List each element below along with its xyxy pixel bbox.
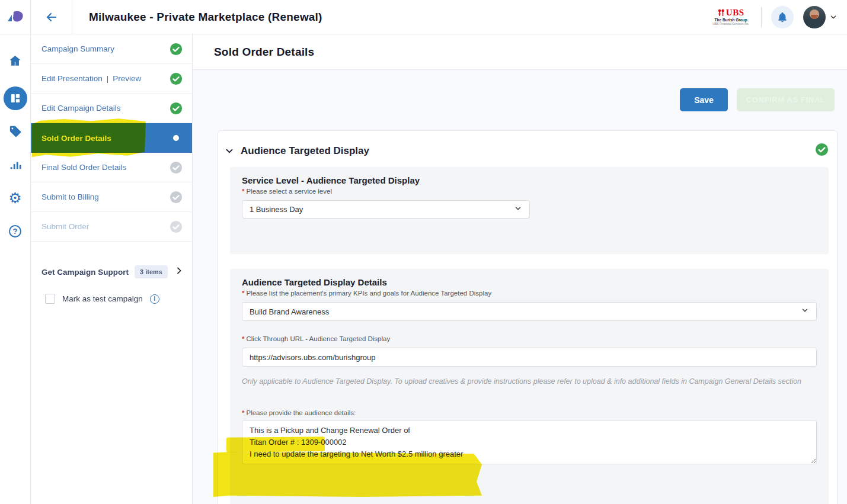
user-avatar[interactable] [803,6,826,28]
rail-tags-button[interactable] [0,115,31,148]
confirm-as-final-button: CONFIRM AS FINAL [737,88,835,111]
header-divider [761,7,762,27]
sidebar-item-sold-order-details[interactable]: Sold Order Details [31,123,192,153]
ubs-entity-name: UBS Financial Services Inc. [712,23,749,25]
app-logo[interactable] [0,0,31,34]
check-complete-icon [170,72,183,85]
chevron-down-icon [829,13,838,21]
chevron-down-icon [801,306,809,314]
sidebar-item-submit-to-billing[interactable]: Submit to Billing [31,182,192,212]
audience-details-textarea[interactable]: This is a Pickup and Change Renewal Orde… [242,420,817,464]
check-disabled-icon [170,220,183,233]
sidebar-item-preview[interactable]: Preview [113,74,141,83]
home-icon [8,54,22,68]
tag-icon [9,125,22,138]
required-asterisk: * [242,335,244,342]
current-step-dot [173,135,179,141]
details-heading: Audience Targeted Display Details [242,277,817,287]
ubs-name: UBS [726,8,744,18]
workflow-sidebar: Campaign Summary Edit Presentation | Pre… [31,34,193,504]
page-title: Sold Order Details [214,46,314,59]
sidebar-item-submit-order: Submit Order [31,212,192,242]
brand-logo-icon [7,9,24,25]
main-header: Sold Order Details [193,34,847,70]
main-area: Sold Order Details Save CONFIRM AS FINAL… [193,34,847,504]
bell-icon [776,11,788,23]
sidebar-item-edit-presentation[interactable]: Edit Presentation | Preview [31,64,192,94]
save-button[interactable]: Save [680,88,728,111]
service-level-heading: Service Level - Audience Targeted Displa… [242,175,817,185]
rail-campaigns-button[interactable] [0,82,31,115]
campaign-title: Milwaukee - Private Marketplace (Renewal… [89,11,322,24]
kpi-label: Please list the placement's primary KPIs… [246,290,491,297]
required-asterisk: * [242,188,244,195]
rail-analytics-button[interactable] [0,148,31,181]
ubs-keys-icon [718,9,725,17]
audience-details-label: Please provide the audience details: [246,409,356,416]
section-title[interactable]: Audience Targeted Display [241,145,369,157]
sidebar-item-campaign-summary[interactable]: Campaign Summary [31,34,192,64]
section-complete-icon [815,143,829,156]
audience-targeted-display-card: Audience Targeted Display Service Level … [218,130,838,504]
check-complete-icon [170,102,183,115]
service-level-panel: Service Level - Audience Targeted Displa… [230,167,829,254]
details-panel: Audience Targeted Display Details *Pleas… [230,269,829,504]
service-level-label: Please select a service level [246,188,331,195]
collapse-chevron-icon[interactable] [224,146,235,156]
click-through-url-input[interactable] [242,348,817,367]
settings-icon: ⚙ [8,191,21,206]
content-panel: Save CONFIRM AS FINAL Audience Targeted … [193,70,847,504]
label-separator: | [107,74,109,83]
test-campaign-checkbox[interactable] [45,294,55,304]
click-through-url-label: Click Through URL - Audience Targeted Di… [246,335,390,342]
user-menu-button[interactable] [829,13,838,21]
ubs-brand-logo: UBS The Burish Group UBS Financial Servi… [710,7,752,27]
top-bar: Milwaukee - Private Marketplace (Renewal… [0,0,847,34]
check-pending-icon [170,161,183,174]
notifications-button[interactable] [771,6,794,28]
back-button[interactable] [31,0,72,34]
check-complete-icon [170,43,183,56]
active-rail-indicator [4,86,27,110]
chevron-right-icon [174,266,184,275]
sidebar-item-final-sold-order-details[interactable]: Final Sold Order Details [31,153,192,182]
rail-home-button[interactable] [0,44,31,77]
help-icon: ? [9,225,21,237]
applicability-note: Only applicable to Audience Targeted Dis… [242,374,817,389]
test-campaign-row: Mark as test campaign i [31,294,192,304]
check-pending-icon [170,191,183,204]
required-asterisk: * [242,409,244,416]
service-level-select[interactable]: 1 Business Day [242,200,530,219]
sidebar-item-edit-campaign-details[interactable]: Edit Campaign Details [31,94,192,123]
arrow-left-icon [44,10,59,24]
dashboard-icon [9,92,21,104]
get-campaign-support-button[interactable]: Get Campaign Support 3 items [31,258,192,285]
required-asterisk: * [242,290,244,297]
info-icon[interactable]: i [150,294,159,304]
support-items-badge: 3 items [135,265,168,278]
kpi-select[interactable]: Build Brand Awareness [242,302,817,321]
analytics-icon [9,158,22,171]
rail-help-button[interactable]: ? [0,214,31,248]
icon-rail: ⚙ ? [0,34,31,504]
rail-settings-button[interactable]: ⚙ [0,181,31,214]
chevron-down-icon [514,204,522,213]
